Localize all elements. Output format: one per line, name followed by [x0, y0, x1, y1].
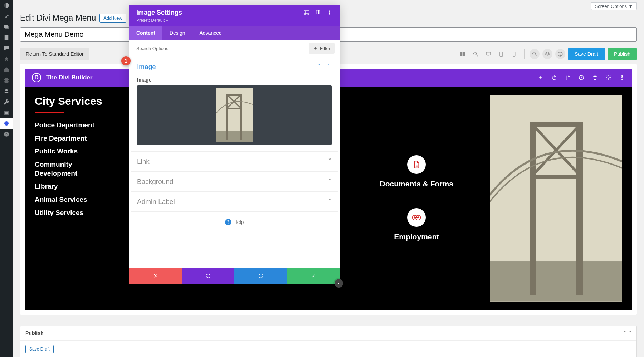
modal-save-button[interactable] [287, 268, 340, 284]
wp-sidebar-pin-icon[interactable] [0, 11, 13, 21]
modal-redo-button[interactable] [234, 268, 287, 284]
svg-rect-10 [460, 52, 462, 53]
more-vertical-icon[interactable]: ⋮ [325, 63, 332, 71]
search-options-input[interactable] [134, 44, 305, 53]
search-page-icon[interactable] [530, 49, 540, 59]
wp-sidebar-pages-icon[interactable] [0, 32, 13, 43]
tab-content[interactable]: Content [129, 26, 162, 40]
svg-rect-40 [576, 122, 583, 295]
plus-icon: ＋ [313, 45, 318, 52]
list-item[interactable]: Community Development [35, 160, 92, 178]
svg-point-56 [329, 11, 330, 13]
help-link[interactable]: ? Help [131, 212, 338, 233]
power-icon[interactable] [551, 75, 557, 80]
wp-sidebar-users-icon[interactable] [0, 86, 13, 97]
wp-sidebar-media-icon[interactable] [0, 21, 13, 32]
accordion-background[interactable]: Background ˅ [131, 172, 338, 192]
publish-top-button[interactable]: Publish [608, 48, 637, 60]
swap-icon[interactable] [565, 75, 571, 80]
wp-sidebar-plugins-icon[interactable] [0, 75, 13, 86]
feature2-label: Employment [394, 233, 439, 241]
gear-icon[interactable] [606, 75, 611, 80]
wp-sidebar-divi-icon[interactable]: D [0, 129, 13, 140]
filter-button[interactable]: ＋ Filter [309, 43, 335, 54]
wireframe-view-icon[interactable] [458, 49, 468, 59]
svg-rect-39 [530, 122, 536, 295]
accordion-link[interactable]: Link ˅ [131, 152, 338, 172]
svg-point-55 [329, 10, 330, 11]
svg-rect-61 [240, 94, 242, 140]
modal-tabs: Content Design Advanced [129, 26, 340, 40]
wp-sidebar-settings-icon[interactable] [0, 107, 13, 118]
filter-label: Filter [320, 46, 330, 51]
preset-label: Preset: Default [136, 18, 165, 23]
wp-sidebar-active-icon[interactable] [0, 118, 13, 129]
mobile-view-icon[interactable] [509, 49, 519, 59]
clock-icon[interactable] [579, 75, 584, 80]
image-field-label: Image [137, 77, 332, 83]
annotation-badge-1: 1 [121, 56, 131, 65]
svg-rect-53 [316, 10, 320, 14]
help-label: Help [234, 219, 244, 225]
tab-design[interactable]: Design [162, 26, 192, 40]
tab-advanced[interactable]: Advanced [192, 26, 229, 40]
screen-options-button[interactable]: Screen Options ▼ [591, 2, 637, 10]
accordion-image[interactable]: Image ˄ ⋮ [131, 57, 338, 77]
modal-resize-handle[interactable] [335, 279, 343, 288]
more-vertical-icon[interactable] [619, 75, 625, 80]
add-icon[interactable] [538, 75, 543, 80]
wp-sidebar-dashboard-icon[interactable] [0, 0, 13, 11]
page-title: Edit Divi Mega Menu [20, 13, 96, 23]
save-draft-top-button[interactable]: Save Draft [568, 48, 605, 60]
modal-footer [129, 268, 340, 284]
modal-header-icons [304, 9, 332, 16]
chevron-down-icon: ˅ [328, 197, 332, 206]
publish-panel-body: Save Draft Status: Draft Edit Visibility… [20, 341, 636, 357]
dock-icon[interactable] [315, 9, 321, 16]
svg-line-15 [476, 55, 478, 56]
chevron-down-icon: ˅ [328, 177, 332, 186]
modal-preset[interactable]: Preset: Default ▾ [136, 18, 332, 23]
help-top-icon[interactable] [555, 49, 565, 59]
svg-rect-62 [226, 94, 242, 96]
modal-undo-button[interactable] [182, 268, 234, 284]
publish-panel-header: Publish ˄ ˅ [20, 326, 636, 341]
tablet-view-icon[interactable] [496, 49, 506, 59]
svg-point-23 [560, 55, 560, 55]
layers-icon[interactable] [542, 49, 552, 59]
svg-point-4 [5, 89, 8, 91]
document-icon [407, 155, 426, 174]
svg-rect-16 [486, 52, 491, 55]
wp-sidebar-comments-icon[interactable] [0, 43, 13, 54]
svg-point-14 [474, 52, 477, 55]
wp-sidebar-tools-icon[interactable] [0, 97, 13, 107]
svg-rect-12 [460, 54, 462, 55]
zoom-icon[interactable] [470, 49, 480, 59]
accordion-background-label: Background [137, 178, 173, 186]
image-upload-well[interactable] [137, 85, 332, 145]
chevron-up-icon[interactable]: ˄ [318, 63, 321, 71]
modal-cancel-button[interactable] [129, 268, 182, 284]
svg-rect-2 [5, 26, 9, 29]
svg-rect-60 [226, 94, 228, 140]
chevron-down-icon: ▼ [628, 4, 633, 9]
desktop-view-icon[interactable] [483, 49, 493, 59]
expand-icon[interactable] [304, 9, 309, 16]
wp-admin-sidebar: D [0, 0, 13, 357]
trash-icon[interactable] [592, 75, 598, 80]
wp-sidebar-pin2-icon[interactable] [0, 54, 13, 64]
accordion-admin-label[interactable]: Admin Label ˅ [131, 192, 338, 212]
add-new-button[interactable]: Add New [99, 14, 126, 23]
more-vertical-icon[interactable] [327, 9, 332, 16]
svg-rect-18 [500, 52, 503, 56]
accordion-admin-label-label: Admin Label [137, 198, 175, 206]
panel-up-icon[interactable]: ˄ [624, 330, 626, 336]
modal-body: Image ˄ ⋮ Image [129, 57, 340, 268]
return-editor-button[interactable]: Return To Standard Editor [20, 48, 89, 60]
svg-rect-42 [530, 175, 583, 179]
screen-options-label: Screen Options [595, 4, 627, 9]
wp-sidebar-appearance-icon[interactable] [0, 64, 13, 75]
panel-down-icon[interactable]: ˅ [629, 330, 631, 336]
chevron-down-icon: ˅ [328, 157, 332, 166]
save-draft-button[interactable]: Save Draft [25, 345, 54, 353]
